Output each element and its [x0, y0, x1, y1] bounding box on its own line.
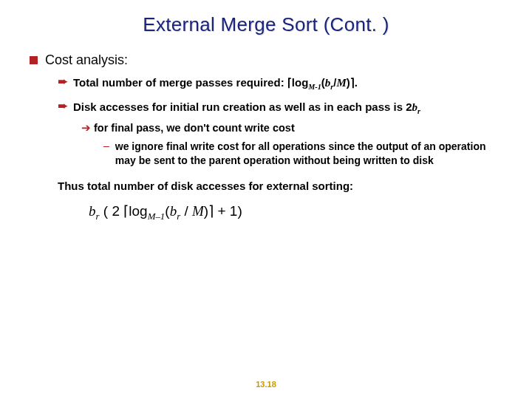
var-M: M: [336, 77, 346, 89]
var-b: b: [412, 101, 418, 113]
thus-text: Thus total number of disk accesses for e…: [58, 180, 502, 192]
f-b2: b: [170, 203, 177, 219]
bullet-lvl2-disk: ➨ Disk accesses for initial run creation…: [58, 100, 502, 117]
log-sub: M-1: [308, 83, 321, 91]
f-slash: /: [180, 203, 192, 219]
var-r: r: [417, 107, 420, 115]
f-sub: M–1: [148, 211, 166, 222]
lvl1-text: Cost analysis:: [45, 52, 128, 68]
lvl4a-text: we ignore final write cost for all opera…: [115, 140, 492, 168]
bullet-lvl2-passes: ➨ Total number of merge passes required:…: [58, 75, 502, 92]
bullet-lvl4-ignore-write: – we ignore final write cost for all ope…: [103, 140, 502, 168]
arrow-down-icon: ➨: [58, 100, 68, 112]
bullet-lvl1: Cost analysis:: [30, 52, 502, 68]
lvl2a-prefix: Total number of merge passes required:: [73, 76, 287, 89]
lvl2b-text: Disk accesses for initial run creation a…: [73, 100, 420, 117]
formula: br ( 2 ⌈logM–1(br / M)⌉ + 1): [89, 202, 502, 222]
f-plus: + 1): [214, 203, 242, 219]
arrow-down-icon: ➨: [58, 75, 68, 88]
f-M: M: [192, 203, 204, 219]
slide-number: 13.18: [0, 380, 532, 389]
f-log: log: [129, 203, 147, 219]
dash-icon: –: [103, 140, 109, 151]
square-bullet-icon: [30, 56, 38, 64]
f-two: 2: [112, 203, 123, 219]
f-b1: b: [89, 203, 96, 219]
arrow-right-icon: ➔: [81, 122, 91, 133]
f-open: (: [100, 203, 112, 219]
log-text: log: [292, 76, 309, 89]
lvl3a-text: for final pass, we don't count write cos…: [94, 121, 295, 136]
slide-container: External Merge Sort (Cont. ) Cost analys…: [0, 0, 532, 399]
bullet-lvl3-final-pass: ➔ for final pass, we don't count write c…: [81, 121, 502, 136]
period: .: [355, 76, 358, 89]
slide-title: External Merge Sort (Cont. ): [30, 13, 502, 36]
lvl2b-prefix: Disk accesses for initial run creation a…: [73, 100, 412, 113]
lvl2a-text: Total number of merge passes required: ⌈…: [73, 75, 358, 92]
